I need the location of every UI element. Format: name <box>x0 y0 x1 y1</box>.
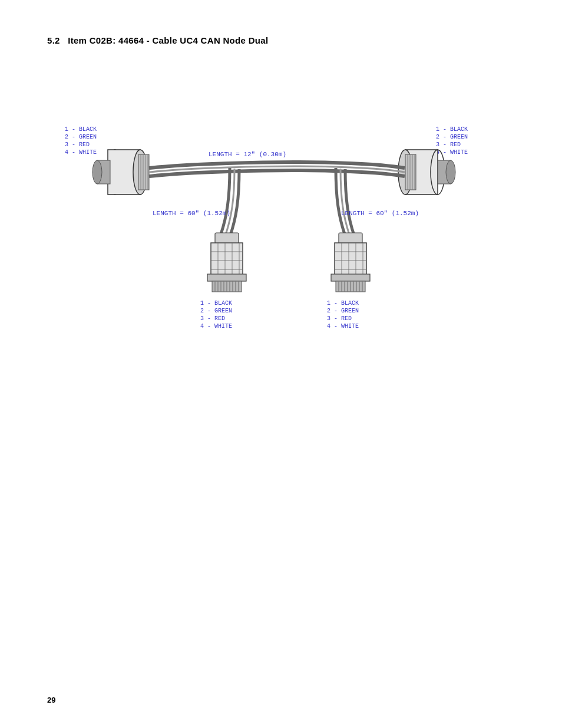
svg-point-19 <box>446 160 455 184</box>
page: 5.2 Item C02B: 44664 - Cable UC4 CAN Nod… <box>0 0 562 728</box>
svg-rect-12 <box>405 154 416 190</box>
page-number: 29 <box>47 696 55 704</box>
left-label-1: 1 - BLACK <box>65 126 97 133</box>
bottom-left-label-4: 4 - WHITE <box>200 323 232 330</box>
bottom-left-label-2: 2 - GREEN <box>200 308 232 314</box>
section-title: 5.2 Item C02B: 44664 - Cable UC4 CAN Nod… <box>47 35 515 45</box>
svg-point-9 <box>92 160 102 184</box>
bottom-right-label-4: 4 - WHITE <box>327 323 359 330</box>
length-top-label: LENGTH = 12" (0.30m) <box>209 151 286 158</box>
right-label-2: 2 - GREEN <box>436 134 468 140</box>
diagram-container: 1 - BLACK 2 - GREEN 3 - RED 4 - WHITE 1 … <box>47 63 515 346</box>
bottom-left-label-3: 3 - RED <box>200 315 225 322</box>
bottom-right-label-3: 3 - RED <box>327 315 352 322</box>
cable-diagram: 1 - BLACK 2 - GREEN 3 - RED 4 - WHITE 1 … <box>47 63 530 346</box>
svg-rect-29 <box>207 274 246 281</box>
svg-rect-21 <box>211 243 243 275</box>
bottom-right-label-1: 1 - BLACK <box>327 300 359 307</box>
bottom-left-label-1: 1 - BLACK <box>200 300 232 307</box>
length-right-label: LENGTH = 60" (1.52m) <box>341 210 419 217</box>
svg-rect-49 <box>331 274 370 281</box>
bottom-right-label-2: 2 - GREEN <box>327 308 359 314</box>
length-left-label: LENGTH = 60" (1.52m) <box>153 210 230 217</box>
section-title-text: Item C02B: 44664 - Cable UC4 CAN Node Du… <box>68 35 268 45</box>
section-number: 5.2 <box>47 35 60 45</box>
svg-rect-3 <box>138 154 149 190</box>
right-label-3: 3 - RED <box>436 141 461 148</box>
left-label-3: 3 - RED <box>65 141 90 148</box>
left-label-4: 4 - WHITE <box>65 149 97 156</box>
svg-rect-40 <box>339 233 362 243</box>
svg-rect-20 <box>215 233 239 243</box>
svg-rect-41 <box>335 243 366 275</box>
right-label-1: 1 - BLACK <box>436 126 468 133</box>
left-label-2: 2 - GREEN <box>65 134 97 140</box>
